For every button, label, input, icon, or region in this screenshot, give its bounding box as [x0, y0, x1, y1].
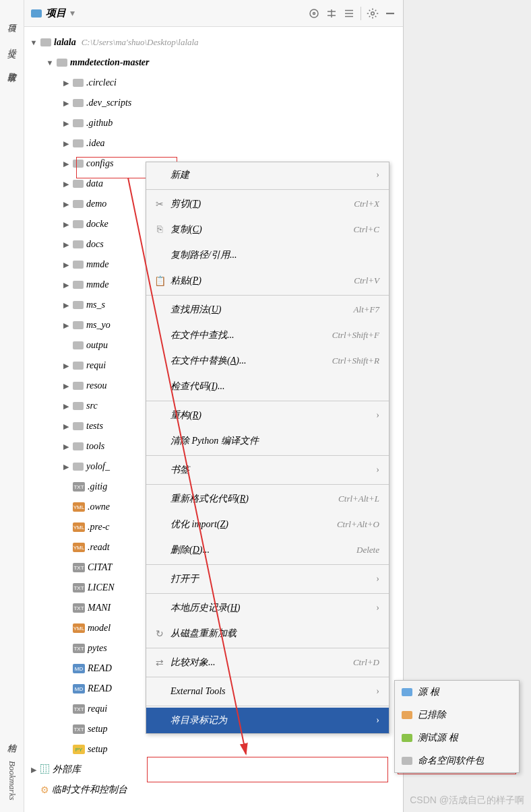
- scratch-icon: ⚙: [40, 784, 49, 796]
- tool-window-bar: 项目 提交 拉取请求 结构 Bookmarks: [0, 0, 24, 812]
- submenu-item[interactable]: 源 根: [395, 681, 519, 704]
- tree-node[interactable]: ▶⿲外部库: [24, 759, 403, 780]
- watermark: CSDN @活成自己的样子啊: [410, 794, 524, 807]
- file-icon: PY: [73, 745, 85, 754]
- folder-icon: [73, 442, 84, 450]
- gear-icon[interactable]: [367, 7, 379, 20]
- folder-icon: [402, 757, 412, 765]
- mark-directory-submenu: 源 根已排除测试源 根命名空间软件包: [394, 680, 520, 773]
- chevron-right-icon: ›: [376, 410, 379, 421]
- project-toolbar: 项目 ▾: [24, 0, 403, 27]
- folder-icon: [73, 281, 84, 289]
- context-menu-item[interactable]: 📋粘贴(P)Ctrl+V: [146, 268, 389, 294]
- svg-point-2: [371, 11, 375, 15]
- context-menu-item[interactable]: 将目录标记为›: [146, 708, 389, 733]
- context-menu-item[interactable]: 本地历史记录(H)›: [146, 595, 389, 621]
- context-menu-item[interactable]: ✂剪切(T)Ctrl+X: [146, 191, 389, 217]
- folder-icon: [73, 463, 84, 471]
- context-menu-item[interactable]: 新建›: [146, 162, 389, 188]
- tree-node[interactable]: ▶.idea: [24, 133, 403, 154]
- chevron-right-icon: ›: [376, 465, 379, 475]
- folder-icon: [73, 240, 84, 248]
- context-menu-item[interactable]: 在文件中替换(A)...Ctrl+Shift+R: [146, 348, 389, 374]
- file-icon: TXT: [73, 724, 85, 734]
- tree-node[interactable]: ▶⚙临时文件和控制台: [24, 780, 403, 800]
- context-menu-item[interactable]: 优化 import(Z)Ctrl+Alt+O: [146, 512, 389, 537]
- file-icon: MD: [73, 684, 85, 693]
- context-menu-item[interactable]: 重新格式化代码(R)Ctrl+Alt+L: [146, 486, 389, 512]
- submenu-item[interactable]: 命名空间软件包: [395, 749, 519, 772]
- menu-item-icon: ⎘: [153, 224, 166, 235]
- folder-icon: [73, 220, 84, 228]
- context-menu-item[interactable]: ⇄比较对象...Ctrl+D: [146, 650, 389, 675]
- chevron-right-icon: ›: [376, 603, 379, 613]
- file-icon: TXT: [73, 583, 85, 593]
- folder-icon: [73, 119, 84, 127]
- folder-icon: [40, 38, 51, 46]
- folder-icon: [73, 79, 84, 87]
- rail-bookmarks[interactable]: Bookmarks: [7, 761, 18, 801]
- folder-icon: [402, 688, 412, 696]
- collapse-icon[interactable]: [343, 7, 355, 20]
- context-menu-item[interactable]: 清除 Python 编译文件: [146, 428, 389, 454]
- context-menu-item[interactable]: 检查代码(I)...: [146, 374, 389, 399]
- context-menu-item[interactable]: ↻从磁盘重新加载: [146, 621, 389, 646]
- folder-icon: [73, 362, 84, 370]
- chevron-right-icon: ›: [376, 686, 379, 697]
- folder-icon: [73, 139, 84, 147]
- toolbar-title: 项目: [46, 7, 66, 20]
- tree-node[interactable]: ▶.circleci: [24, 73, 403, 93]
- context-menu-item[interactable]: 打开于›: [146, 566, 389, 592]
- lib-icon: ⿲: [40, 764, 50, 775]
- expand-icon[interactable]: [325, 7, 338, 20]
- submenu-item[interactable]: 测试源 根: [395, 726, 519, 749]
- context-menu-item[interactable]: 书签›: [146, 457, 389, 483]
- folder-icon: [73, 341, 84, 349]
- folder-icon: [73, 321, 84, 329]
- svg-point-1: [313, 12, 315, 14]
- dropdown-icon[interactable]: ▾: [70, 7, 75, 19]
- target-icon[interactable]: [308, 7, 320, 20]
- svg-point-0: [310, 9, 318, 18]
- tree-node[interactable]: ▶.dev_scripts: [24, 93, 403, 113]
- folder-icon: [73, 160, 84, 168]
- context-menu-item[interactable]: ⎘复制(C)Ctrl+C: [146, 217, 389, 242]
- context-menu-item[interactable]: 重构(R)›: [146, 403, 389, 428]
- file-icon: TXT: [73, 482, 85, 492]
- folder-icon: [402, 711, 412, 719]
- menu-item-icon: ✂: [153, 199, 166, 210]
- tree-node[interactable]: ▶PYsetup: [24, 739, 403, 759]
- folder-icon: [73, 382, 84, 390]
- context-menu-item[interactable]: 复制路径/引用...: [146, 242, 389, 268]
- tree-node[interactable]: ▶.github: [24, 113, 403, 133]
- folder-icon: [57, 59, 67, 67]
- chevron-right-icon: ›: [376, 170, 379, 180]
- file-icon: TXT: [73, 563, 85, 572]
- folder-icon: [402, 734, 412, 742]
- file-icon: TXT: [73, 603, 85, 613]
- tree-node[interactable]: ▼mmdetection-master: [24, 53, 403, 73]
- folder-icon: [73, 402, 84, 410]
- folder-icon: [73, 99, 84, 107]
- menu-item-icon: ⇄: [153, 657, 166, 669]
- context-menu-item[interactable]: 在文件中查找...Ctrl+Shift+F: [146, 323, 389, 348]
- file-icon: TXT: [73, 704, 85, 714]
- separator: [361, 7, 361, 20]
- context-menu-item[interactable]: 查找用法(U)Alt+F7: [146, 297, 389, 323]
- context-menu-item[interactable]: External Tools›: [146, 679, 389, 704]
- file-icon: YML: [73, 502, 85, 512]
- project-icon: [31, 9, 42, 18]
- file-icon: TXT: [73, 644, 85, 653]
- folder-icon: [73, 422, 84, 430]
- file-icon: YML: [73, 522, 85, 532]
- menu-item-icon: ↻: [153, 628, 166, 640]
- chevron-right-icon: ›: [376, 715, 379, 726]
- context-menu-item[interactable]: 删除(D)...Delete: [146, 537, 389, 563]
- tree-node[interactable]: ▼lalalaC:\Users\ma'shuo\Desktop\lalala: [24, 32, 403, 53]
- context-menu: 新建›✂剪切(T)Ctrl+X⎘复制(C)Ctrl+C复制路径/引用...📋粘贴…: [146, 162, 389, 734]
- submenu-item[interactable]: 已排除: [395, 704, 519, 726]
- file-icon: MD: [73, 664, 85, 673]
- minimize-icon[interactable]: [384, 7, 396, 20]
- file-icon: YML: [73, 543, 85, 552]
- menu-item-icon: 📋: [153, 275, 166, 287]
